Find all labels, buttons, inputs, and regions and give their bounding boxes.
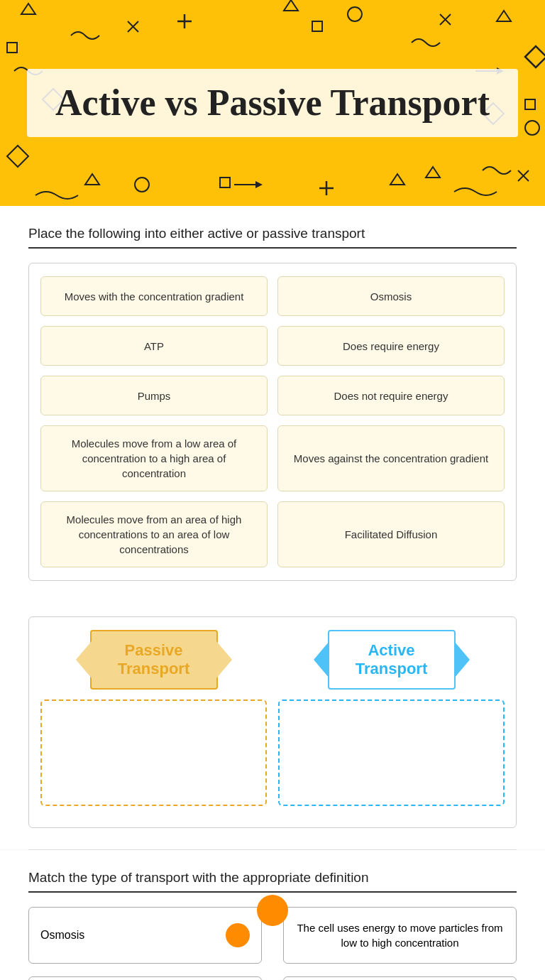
active-transport-label-row: ActiveTransport xyxy=(278,630,505,690)
passive-drop-area[interactable] xyxy=(40,699,267,806)
section1: Place the following into either active o… xyxy=(0,206,545,602)
match-term-osmosis[interactable]: Osmosis xyxy=(28,907,262,964)
list-item[interactable]: Osmosis xyxy=(277,276,505,316)
section3: Match the type of transport with the app… xyxy=(0,850,545,980)
passive-transport-label: PassiveTransport xyxy=(118,641,189,677)
connection-circle-1 xyxy=(257,895,288,926)
passive-transport-zone: PassiveTransport xyxy=(40,630,267,806)
section3-title: Match the type of transport with the app… xyxy=(28,870,517,893)
active-transport-ribbon: ActiveTransport xyxy=(328,630,456,690)
header-title-box: Active vs Passive Transport xyxy=(27,69,518,137)
osmosis-connector-circle xyxy=(226,923,250,947)
osmosis-label: Osmosis xyxy=(40,929,84,942)
section2: PassiveTransport ActiveTransport xyxy=(0,602,545,849)
passive-transport-ribbon: PassiveTransport xyxy=(90,630,218,690)
list-item[interactable]: Molecules move from a low area of concen… xyxy=(40,425,268,491)
list-item[interactable]: Does not require energy xyxy=(277,376,505,415)
active-drop-area[interactable] xyxy=(278,699,505,806)
drop-zones-container: PassiveTransport ActiveTransport xyxy=(28,616,517,828)
active-transport-label: ActiveTransport xyxy=(356,641,427,677)
list-item[interactable]: ATP xyxy=(40,326,268,366)
passive-transport-label-row: PassiveTransport xyxy=(40,630,267,690)
list-item[interactable]: Pumps xyxy=(40,376,268,415)
header: Active vs Passive Transport xyxy=(0,0,545,206)
list-item[interactable]: Moves against the concentration gradient xyxy=(277,425,505,491)
match-definition-1[interactable]: The cell uses energy to move particles f… xyxy=(283,907,517,964)
list-item[interactable]: Moves with the concentration gradient xyxy=(40,276,268,316)
active-transport-zone: ActiveTransport xyxy=(278,630,505,806)
match-term-diffusion[interactable]: Diffusion xyxy=(28,976,262,980)
definition-1-text: The cell uses energy to move particles f… xyxy=(295,920,505,950)
list-item[interactable]: Facilitated Diffusion xyxy=(277,501,505,567)
items-grid: Moves with the concentration gradient Os… xyxy=(28,263,517,581)
section1-title: Place the following into either active o… xyxy=(28,226,517,249)
list-item[interactable]: Molecules move from an area of high conc… xyxy=(40,501,268,567)
page-title: Active vs Passive Transport xyxy=(55,82,490,124)
list-item[interactable]: Does require energy xyxy=(277,326,505,366)
match-definition-2[interactable]: Large molecules moving through xyxy=(283,976,517,980)
